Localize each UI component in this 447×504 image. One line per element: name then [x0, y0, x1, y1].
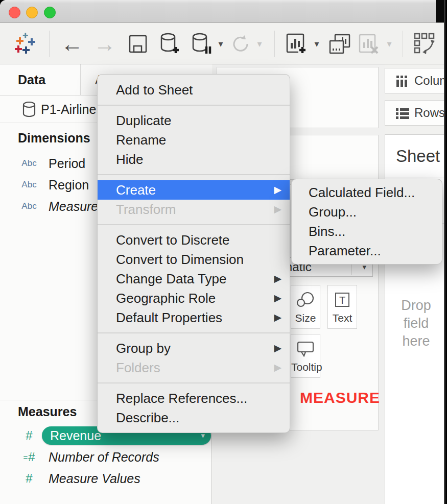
save-button[interactable]: [127, 23, 149, 64]
drop-field-hint: Dropfieldhere: [385, 297, 447, 350]
submenu-item-bins[interactable]: Bins...: [292, 222, 442, 241]
menu-item-label: Folders: [116, 360, 160, 375]
submenu-arrow-icon: ▶: [274, 180, 281, 200]
new-worksheet-caret[interactable]: ▾: [311, 23, 323, 64]
save-icon: [128, 34, 148, 54]
menu-item-rename[interactable]: Rename: [98, 130, 290, 150]
menu-separator: [98, 105, 290, 106]
measure-field-measure-values[interactable]: #Measure Values: [0, 468, 211, 489]
back-button[interactable]: ←: [59, 23, 85, 64]
field-label: Measure Values: [49, 471, 140, 486]
tableau-window: ← → ▾ ▾ ▾: [0, 0, 447, 504]
menu-item-label: Rename: [116, 132, 166, 148]
dropdown-caret-icon: ▾: [218, 38, 223, 50]
minimize-button[interactable]: [26, 7, 38, 18]
forward-icon: →: [93, 33, 116, 55]
menu-item-label: Transform: [116, 202, 176, 217]
drop-hint-line: field: [385, 315, 447, 332]
tooltip-icon: [296, 341, 315, 357]
new-worksheet-button[interactable]: [284, 23, 309, 64]
pause-auto-updates-icon: [191, 33, 213, 55]
menu-item-default-properties[interactable]: Default Properties▶: [98, 308, 290, 327]
refresh-icon: [230, 34, 251, 54]
menu-item-transform: Transform▶: [98, 200, 290, 219]
menu-item-create[interactable]: Create▶: [98, 180, 290, 200]
field-label: Region: [49, 178, 89, 193]
submenu-item-label: Parameter...: [309, 243, 381, 258]
clear-sheet-button[interactable]: [356, 23, 381, 64]
submenu-arrow-icon: ▶: [274, 308, 281, 327]
tooltip-button[interactable]: Tooltip: [291, 334, 320, 378]
menu-separator: [98, 332, 290, 333]
submenu-item-label: Calculated Field...: [309, 185, 415, 200]
dropdown-caret-icon: ▾: [314, 38, 319, 50]
field-label: Period: [49, 156, 85, 171]
pause-auto-updates-button[interactable]: [190, 23, 214, 64]
columns-icon: [396, 76, 408, 87]
menu-item-label: Create: [116, 182, 156, 198]
menu-item-geographic-role[interactable]: Geographic Role▶: [98, 289, 290, 308]
measure-annotation: MEASURE: [300, 389, 380, 406]
swap-rows-columns-button[interactable]: [412, 23, 439, 64]
new-data-source-button[interactable]: [158, 23, 182, 64]
sheet-title: Sheet 1: [396, 147, 447, 166]
menu-item-describe[interactable]: Describe...: [98, 408, 290, 427]
new-worksheet-icon: [285, 33, 308, 55]
forward-button[interactable]: →: [92, 23, 117, 64]
measures-header: Measures: [18, 404, 77, 419]
text-button[interactable]: T Text: [327, 285, 357, 329]
text-button-label: Text: [328, 312, 357, 324]
tab-data[interactable]: Data: [18, 64, 45, 95]
rows-shelf[interactable]: Rows: [385, 100, 447, 126]
size-button[interactable]: Size: [291, 285, 320, 329]
submenu-arrow-icon: ▶: [274, 339, 281, 358]
duplicate-sheet-icon: [328, 33, 351, 55]
submenu-item-parameter[interactable]: Parameter...: [292, 241, 442, 260]
menu-item-replace-references[interactable]: Replace References...: [98, 389, 290, 408]
rows-shelf-label: Rows: [414, 106, 445, 120]
submenu-item-label: Group...: [309, 204, 357, 220]
field-context-menu: Add to SheetDuplicateRenameHideCreate▶Tr…: [97, 74, 290, 433]
menu-item-label: Duplicate: [116, 113, 171, 128]
submenu-item-label: Bins...: [309, 224, 345, 239]
pause-auto-updates-caret[interactable]: ▾: [215, 23, 227, 64]
menu-item-convert-to-discrete[interactable]: Convert to Discrete: [98, 230, 290, 250]
menu-item-change-data-type[interactable]: Change Data Type▶: [98, 269, 290, 289]
dropdown-caret-icon: ▾: [387, 38, 391, 50]
size-icon: [296, 292, 315, 308]
submenu-item-calculated-field[interactable]: Calculated Field...: [292, 183, 442, 202]
duplicate-sheet-button[interactable]: [327, 23, 352, 64]
sheet-title-card[interactable]: Sheet 1: [385, 134, 447, 178]
refresh-button[interactable]: [229, 23, 252, 64]
menu-separator: [98, 174, 290, 175]
menu-item-add-to-sheet[interactable]: Add to Sheet: [98, 80, 290, 100]
field-label: Revenue: [50, 428, 101, 443]
equals-icon: =: [23, 453, 28, 462]
columns-shelf[interactable]: Columns: [385, 68, 447, 93]
menu-item-convert-to-dimension[interactable]: Convert to Dimension: [98, 250, 290, 269]
abc-icon: Abc: [17, 201, 41, 211]
submenu-arrow-icon: ▶: [274, 289, 281, 308]
size-button-label: Size: [291, 312, 320, 324]
menu-separator: [98, 382, 290, 383]
tableau-logo-crosses: [15, 33, 35, 54]
menu-item-hide[interactable]: Hide: [98, 150, 290, 169]
svg-text:T: T: [339, 295, 345, 306]
submenu-arrow-icon: ▶: [274, 200, 281, 219]
menu-item-label: Geographic Role: [116, 291, 216, 306]
new-data-source-icon: [159, 33, 181, 55]
menu-item-duplicate[interactable]: Duplicate: [98, 111, 290, 130]
menu-item-folders: Folders▶: [98, 358, 290, 377]
zoom-button[interactable]: [44, 7, 56, 18]
menu-separator: [98, 224, 290, 225]
submenu-item-group[interactable]: Group...: [292, 202, 442, 222]
refresh-caret[interactable]: ▾: [253, 23, 266, 64]
measure-field-number-of-records[interactable]: =#Number of Records: [0, 446, 211, 468]
clear-sheet-caret[interactable]: ▾: [383, 23, 395, 64]
close-button[interactable]: [9, 7, 20, 18]
columns-shelf-label: Columns: [414, 74, 447, 88]
menu-item-group-by[interactable]: Group by▶: [98, 339, 290, 358]
hash-icon: =#: [17, 450, 41, 464]
menu-item-label: Describe...: [116, 410, 179, 425]
database-icon: [22, 102, 36, 117]
